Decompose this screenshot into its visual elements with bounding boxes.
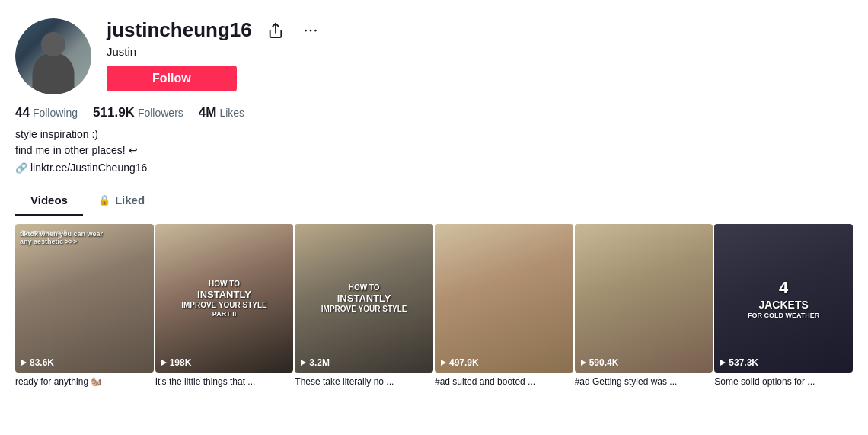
svg-marker-4 — [21, 360, 27, 366]
svg-point-1 — [305, 29, 307, 31]
video-card[interactable]: tiktok when you can wear any aesthetic >… — [15, 224, 154, 387]
video-thumbnail: 590.4K — [575, 224, 713, 373]
video-card[interactable]: HOW TO INSTANTLY IMPROVE YOUR STYLE PART… — [155, 224, 294, 387]
link-section: 🔗 linktr.ee/JustinCheung16 — [0, 158, 868, 174]
video-play-count: 497.9K — [439, 357, 479, 368]
tabs-section: Videos 🔒 Liked — [0, 174, 868, 216]
follow-button[interactable]: Follow — [107, 66, 237, 91]
profile-link[interactable]: linktr.ee/JustinCheung16 — [30, 162, 147, 174]
bio-line-2: find me in other places! ↩ — [15, 142, 853, 158]
display-name: Justin — [107, 45, 853, 58]
svg-marker-7 — [441, 360, 446, 366]
video-title: Some solid options for ... — [714, 376, 853, 387]
video-card[interactable]: HOW TO INSTANTLY IMPROVE YOUR STYLE 3.2M… — [295, 224, 433, 387]
video-title: ready for anything 🐿️ — [15, 376, 154, 387]
videos-grid: tiktok when you can wear any aesthetic >… — [0, 216, 868, 387]
svg-marker-8 — [581, 360, 586, 366]
profile-header: justincheung16 Justin Follow — [0, 0, 868, 94]
following-stat[interactable]: 44 Following — [15, 105, 78, 120]
following-label: Following — [33, 107, 78, 119]
svg-marker-9 — [720, 360, 726, 366]
following-count: 44 — [15, 105, 30, 120]
stats-section: 44 Following 511.9K Followers 4M Likes — [0, 94, 868, 120]
tab-videos-label: Videos — [30, 194, 68, 206]
username-row: justincheung16 — [107, 18, 853, 42]
share-button[interactable] — [264, 19, 287, 42]
svg-point-2 — [309, 29, 311, 31]
video-play-count: 83.6K — [20, 357, 54, 368]
video-title: #ad Getting styled was ... — [575, 376, 713, 387]
video-thumbnail: tiktok when you can wear any aesthetic >… — [15, 224, 154, 373]
likes-label: Likes — [219, 107, 244, 119]
video-thumbnail: HOW TO INSTANTLY IMPROVE YOUR STYLE PART… — [155, 224, 294, 373]
bio-section: style inspiration :) find me in other pl… — [0, 120, 868, 158]
video-thumbnail: HOW TO INSTANTLY IMPROVE YOUR STYLE 3.2M — [295, 224, 433, 373]
video-title: These take literally no ... — [295, 376, 433, 387]
followers-stat[interactable]: 511.9K Followers — [93, 105, 183, 120]
lock-icon: 🔒 — [98, 194, 110, 206]
video-card[interactable]: 590.4K #ad Getting styled was ... — [575, 224, 713, 387]
video-thumbnail: 497.9K — [435, 224, 573, 373]
video-card[interactable]: 4 JACKETS FOR COLD WEATHER 537.3K Some s… — [714, 224, 853, 387]
bio-line-1: style inspiration :) — [15, 126, 853, 142]
likes-stat[interactable]: 4M Likes — [199, 105, 244, 120]
watermark: @justincheung16 — [20, 229, 67, 236]
tab-videos[interactable]: Videos — [15, 186, 83, 216]
avatar — [15, 18, 91, 94]
svg-point-3 — [314, 29, 317, 31]
followers-label: Followers — [138, 107, 183, 119]
tab-liked-label: Liked — [115, 194, 145, 206]
video-play-count: 590.4K — [579, 357, 619, 368]
video-thumbnail: 4 JACKETS FOR COLD WEATHER 537.3K — [714, 224, 853, 373]
video-play-count: 198K — [160, 357, 192, 368]
video-card[interactable]: 497.9K #ad suited and booted ... — [435, 224, 573, 387]
video-title: #ad suited and booted ... — [435, 376, 573, 387]
svg-marker-5 — [161, 360, 167, 366]
link-icon: 🔗 — [15, 162, 27, 174]
followers-count: 511.9K — [93, 105, 135, 120]
svg-marker-6 — [301, 360, 306, 366]
username: justincheung16 — [107, 18, 252, 42]
video-title: It's the little things that ... — [155, 376, 294, 387]
tab-liked[interactable]: 🔒 Liked — [83, 186, 160, 216]
profile-info: justincheung16 Justin Follow — [107, 18, 853, 91]
more-options-button[interactable] — [299, 19, 322, 42]
likes-count: 4M — [199, 105, 217, 120]
video-play-count: 537.3K — [719, 357, 758, 368]
video-play-count: 3.2M — [299, 357, 330, 368]
